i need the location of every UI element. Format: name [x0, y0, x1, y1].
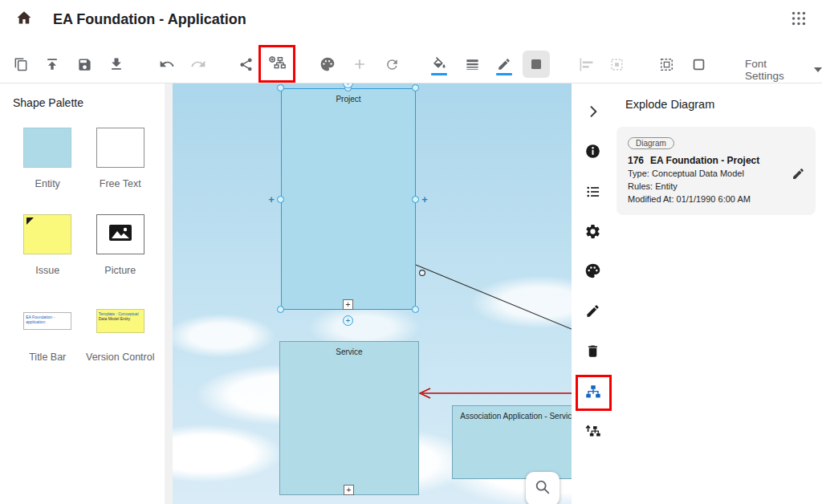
connect-point-right[interactable]: [420, 195, 429, 205]
info-tab-button[interactable]: [583, 143, 603, 163]
undo-button[interactable]: [153, 51, 181, 78]
home-icon: [14, 8, 34, 30]
line-weight-icon: [465, 57, 480, 72]
palette-item-entity[interactable]: Entity: [11, 127, 84, 189]
explode-up-tab-button[interactable]: [583, 423, 603, 443]
shape-style-button[interactable]: [523, 51, 550, 78]
entity-association[interactable]: Association Application - Service: [452, 405, 572, 479]
resize-handle-nw[interactable]: [277, 84, 284, 91]
resize-handle-ne[interactable]: [412, 84, 419, 91]
download-button[interactable]: [103, 51, 130, 78]
palette-item-issue[interactable]: Issue: [11, 213, 84, 276]
pen-icon: [497, 57, 511, 71]
palette-item-free-text[interactable]: Free Text: [84, 127, 157, 189]
fill-color-swatch: [431, 73, 447, 75]
copy-button[interactable]: [7, 51, 35, 78]
pen-icon: [585, 303, 600, 322]
resize-handle-w[interactable]: [277, 196, 284, 203]
diagram-name: EA Foundation - Project: [650, 155, 759, 166]
picture-swatch[interactable]: [96, 214, 144, 254]
free-text-swatch[interactable]: [96, 128, 144, 168]
diagram-id: 176: [628, 155, 644, 166]
resize-handle-se[interactable]: [412, 306, 419, 313]
resize-handle-e[interactable]: [412, 196, 419, 203]
style-tab-button[interactable]: [583, 262, 603, 282]
zoom-button[interactable]: [526, 472, 560, 504]
relationship-button[interactable]: [232, 51, 259, 78]
explode-diagram-panel: Explode Diagram Diagram 176 EA Foundatio…: [614, 83, 822, 504]
diagram-type-badge: Diagram: [628, 137, 674, 149]
square-outline-icon: [691, 57, 706, 72]
redo-icon: [190, 56, 206, 72]
palette-item-title-bar[interactable]: EA Foundation - application Title Bar: [11, 300, 84, 363]
rotate-icon: [385, 57, 400, 72]
entity-service[interactable]: Service: [279, 341, 419, 495]
gear-icon: [584, 223, 601, 243]
palette-item-label: Entity: [35, 178, 60, 189]
diagram-card[interactable]: Diagram 176 EA Foundation - Project Type…: [616, 127, 816, 215]
marquee-select-button[interactable]: [653, 51, 680, 78]
entity-label: Service: [280, 342, 418, 356]
explode-diagram-tab-button[interactable]: [583, 384, 603, 404]
group-button[interactable]: [603, 51, 630, 78]
hierarchy-up-icon: [584, 423, 602, 444]
bounds-select-button[interactable]: [685, 51, 712, 78]
add-child-button[interactable]: [344, 485, 354, 495]
palette-item-label: Issue: [35, 265, 59, 276]
share-nodes-icon: [238, 57, 254, 72]
font-settings-label: Font Settings: [745, 58, 806, 82]
list-tab-button[interactable]: [583, 183, 603, 203]
copy-icon: [13, 56, 29, 72]
page-title: EA Foundation - Application: [53, 11, 246, 28]
rotate-button[interactable]: [378, 51, 405, 78]
palette-item-label: Free Text: [100, 178, 141, 189]
palette-item-label: Version Control: [86, 352, 154, 363]
toolbar: Font Settings: [0, 39, 822, 83]
entity-project[interactable]: Project: [281, 88, 416, 310]
collapse-panel-button[interactable]: [583, 103, 603, 123]
issue-swatch[interactable]: [23, 214, 71, 254]
apps-grid-button[interactable]: [788, 10, 809, 30]
connect-point-left[interactable]: [267, 195, 276, 205]
pencil-icon: [791, 167, 805, 184]
edit-tab-button[interactable]: [583, 303, 603, 323]
font-settings-button[interactable]: Font Settings: [745, 58, 822, 82]
home-button[interactable]: [13, 8, 35, 30]
line-weight-button[interactable]: [458, 51, 486, 78]
download-icon: [108, 56, 124, 72]
undo-icon: [159, 56, 175, 72]
align-button[interactable]: [572, 51, 600, 78]
add-child-button[interactable]: [343, 299, 353, 310]
diagram-canvas[interactable]: Project Service Association Application …: [173, 83, 572, 504]
edit-diagram-button[interactable]: [790, 167, 806, 183]
settings-tab-button[interactable]: [583, 223, 603, 243]
vertical-scrollbar[interactable]: [165, 83, 173, 504]
redo-button[interactable]: [185, 51, 212, 78]
border-color-button[interactable]: [490, 51, 518, 78]
delete-tab-button[interactable]: [583, 343, 603, 363]
upload-icon: [44, 56, 60, 72]
chevron-right-icon: [585, 104, 601, 123]
shape-palette-grid: Entity Free Text Issue Picture EA Founda…: [0, 109, 165, 363]
save-button[interactable]: [71, 51, 98, 78]
entity-swatch[interactable]: [23, 128, 71, 168]
palette-item-version-control[interactable]: Template : Conceptual Data Model Entity …: [84, 300, 157, 363]
palette-icon: [584, 262, 601, 282]
publish-button[interactable]: [39, 51, 66, 78]
diagram-card-title: 176 EA Foundation - Project: [628, 155, 804, 166]
version-control-swatch[interactable]: Template : Conceptual Data Model Entity: [96, 309, 144, 333]
add-below-button[interactable]: [343, 315, 353, 326]
align-left-icon: [579, 57, 594, 72]
filled-square-icon: [529, 57, 543, 71]
title-bar-swatch[interactable]: EA Foundation - application: [23, 312, 71, 330]
explode-new-window-button[interactable]: [263, 51, 291, 78]
folded-corner-icon: [26, 217, 34, 225]
palette-item-label: Picture: [104, 265, 136, 276]
magnifier-icon: [534, 478, 551, 499]
image-icon: [108, 224, 132, 245]
palette-item-picture[interactable]: Picture: [84, 213, 157, 276]
add-button[interactable]: [346, 51, 373, 78]
resize-handle-sw[interactable]: [277, 306, 284, 313]
fill-color-button[interactable]: [425, 51, 453, 78]
theme-palette-button[interactable]: [314, 51, 341, 78]
